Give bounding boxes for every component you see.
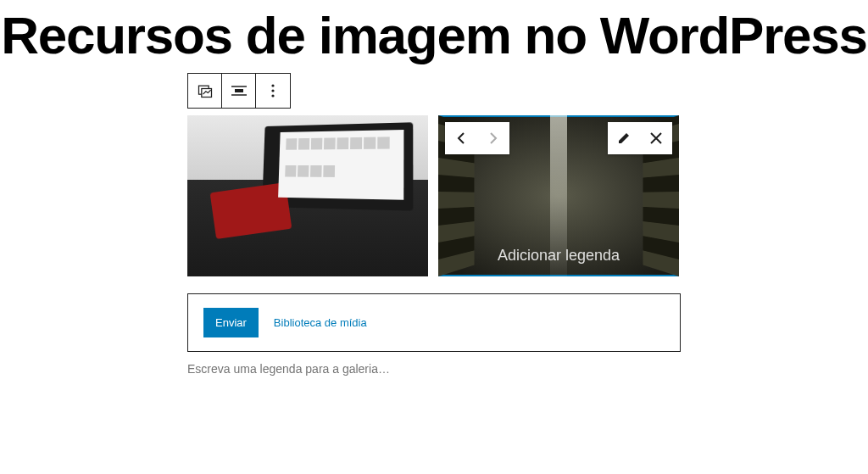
image-caption-input[interactable]: Adicionar legenda [438,247,679,265]
close-icon [650,132,662,144]
block-type-button[interactable] [188,74,222,108]
svg-rect-3 [235,89,243,92]
gallery-item-1[interactable] [187,115,428,276]
image-preview [278,130,403,200]
svg-point-7 [271,95,274,98]
move-right-button [477,122,509,154]
move-controls [445,122,509,154]
gallery-item-2[interactable]: Adicionar legenda [438,115,679,276]
block-toolbar [187,73,291,109]
remove-button[interactable] [640,122,672,154]
more-vertical-icon [271,84,275,98]
action-controls [608,122,672,154]
edit-button[interactable] [608,122,640,154]
pencil-icon [617,131,631,145]
item-controls [445,122,672,154]
gallery-caption-input[interactable]: Escreva uma legenda para a galeria… [187,362,681,376]
page-title: Recursos de imagem no WordPress [0,7,868,64]
gallery-row: Adicionar legenda [187,115,681,276]
gallery-block[interactable]: Adicionar legenda Enviar Biblioteca de m… [187,73,681,376]
more-options-button[interactable] [256,74,290,108]
svg-rect-1 [201,89,211,98]
chevron-left-icon [457,132,465,144]
upload-button[interactable]: Enviar [203,308,259,337]
svg-point-5 [271,85,274,87]
gallery-icon [197,82,214,99]
align-center-icon [231,85,248,97]
media-library-link[interactable]: Biblioteca de mídia [274,316,367,329]
uploader-panel: Enviar Biblioteca de mídia [187,293,681,352]
align-button[interactable] [222,74,256,108]
svg-point-6 [271,90,274,92]
move-left-button[interactable] [445,122,477,154]
chevron-right-icon [489,132,498,144]
